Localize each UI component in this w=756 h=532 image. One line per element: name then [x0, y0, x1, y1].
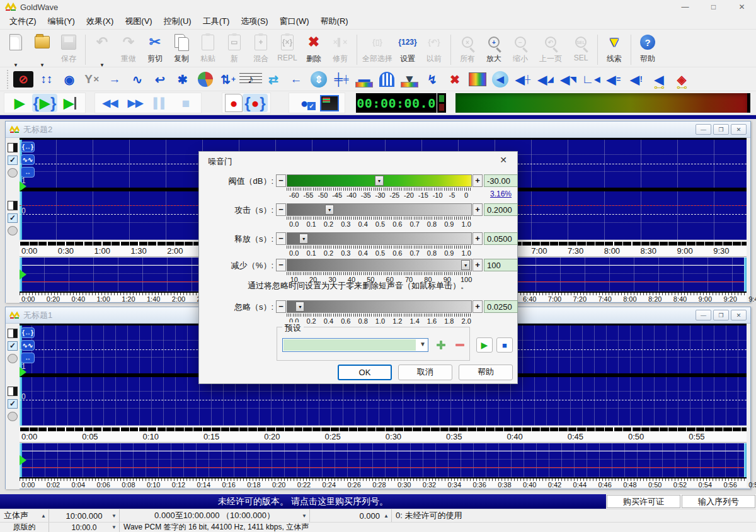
- time-shift-effect-button[interactable]: ←: [285, 70, 307, 89]
- reduce-slider[interactable]: ▼: [287, 259, 472, 271]
- shape-volume-effect-button[interactable]: ◈: [670, 70, 693, 89]
- dialog-close-icon[interactable]: ✕: [497, 155, 510, 165]
- fade-in-effect-button[interactable]: ◀◢: [534, 70, 557, 89]
- rewind-button[interactable]: ◀◀: [98, 94, 123, 112]
- channel-0-view-toggle[interactable]: [8, 329, 18, 338]
- menu-item-7[interactable]: 窗口(W): [274, 14, 315, 29]
- marker-handle-1[interactable]: ∿∿: [21, 154, 35, 165]
- filter-effect-button[interactable]: [198, 72, 213, 87]
- compressor-expander-effect-button[interactable]: ⇅+: [217, 70, 239, 89]
- selection-spin-arrow[interactable]: ▼: [302, 513, 307, 519]
- set-selection-button[interactable]: {123}设置: [395, 32, 420, 64]
- stereo-volume-effect-button[interactable]: ◀: [648, 70, 670, 89]
- window-restore-button[interactable]: ❐: [713, 124, 729, 135]
- release-decrease-button[interactable]: −: [276, 232, 286, 245]
- close-button[interactable]: ✕: [728, 0, 756, 14]
- fast-forward-button[interactable]: ▶▶: [123, 94, 148, 112]
- change-volume-effect-button[interactable]: ◀┼: [512, 70, 534, 89]
- noise-reduction-effect-button[interactable]: ▼: [398, 70, 421, 89]
- buy-license-button[interactable]: 购买许可证: [607, 495, 680, 508]
- release-increase-button[interactable]: +: [472, 232, 483, 245]
- menu-item-5[interactable]: 工具(T): [197, 14, 236, 29]
- reduce-slider-thumb[interactable]: ▼: [461, 260, 470, 270]
- silence-reduce-effect-button[interactable]: ✖: [444, 70, 466, 89]
- play-button[interactable]: ▶: [7, 94, 32, 112]
- channel-1-checkbox[interactable]: ✓: [8, 213, 18, 223]
- flanger-effect-button[interactable]: ∿: [126, 70, 149, 89]
- marker-handle-1[interactable]: ∿∿: [21, 340, 35, 351]
- channel-0-view-toggle[interactable]: [8, 143, 18, 152]
- window-minimize-button[interactable]: —: [696, 124, 711, 135]
- equalizer-effect-button[interactable]: ╪╪: [330, 70, 353, 89]
- attack-increase-button[interactable]: +: [472, 203, 483, 216]
- threshold-slider-thumb[interactable]: ▼: [375, 176, 384, 186]
- attack-slider-thumb[interactable]: ▼: [325, 205, 334, 215]
- window-close-button[interactable]: ✕: [731, 310, 747, 320]
- paste-button[interactable]: 粘贴: [195, 32, 220, 64]
- smoother-effect-button[interactable]: [469, 72, 486, 86]
- position-spin-arrow[interactable]: ▲: [384, 513, 389, 519]
- ignore-increase-button[interactable]: +: [472, 300, 483, 313]
- delete-button[interactable]: ✖删除: [301, 32, 326, 64]
- preset-combobox[interactable]: ▼: [282, 338, 428, 352]
- channel-mode-cell[interactable]: 立体声▲: [0, 509, 49, 522]
- record-settings-button[interactable]: ●✓: [292, 94, 317, 112]
- reduce-increase-button[interactable]: +: [472, 259, 483, 271]
- preset-delete-button[interactable]: [453, 338, 467, 352]
- ignore-slider[interactable]: ▼: [287, 300, 472, 313]
- menu-item-8[interactable]: 帮助(R): [315, 14, 354, 29]
- fade-out-effect-button[interactable]: ◀◥: [557, 70, 580, 89]
- monitor-button[interactable]: [317, 94, 342, 112]
- maximize-volume-effect-button[interactable]: ◀!: [625, 70, 648, 89]
- marker-handle-2[interactable]: ↔: [21, 353, 35, 363]
- previous-button[interactable]: {↶}以前: [421, 32, 447, 64]
- channel-mode-spin-arrow[interactable]: ▲: [41, 513, 46, 519]
- zoom-all-button[interactable]: ×所有: [455, 32, 480, 64]
- menu-item-4[interactable]: 控制(U): [158, 14, 197, 29]
- release-slider-thumb[interactable]: ▼: [299, 234, 308, 244]
- length-spin-arrow[interactable]: ▼: [112, 513, 117, 519]
- replace-button[interactable]: {×}REPL: [275, 32, 300, 62]
- zoom-in-button[interactable]: +放大: [481, 32, 507, 64]
- menu-item-6[interactable]: 选项(S): [235, 14, 273, 29]
- preview-stop-button[interactable]: ■: [496, 337, 513, 353]
- sound-window-titlebar[interactable]: 无标题2—❐✕: [6, 122, 750, 138]
- copy-button[interactable]: 复制: [169, 32, 194, 64]
- license-banner[interactable]: 未经许可的版本。 请点击这里购买序列号。: [0, 494, 606, 509]
- record-selection-button[interactable]: ●: [243, 94, 268, 112]
- zoom-length-spin-arrow[interactable]: ▼: [112, 524, 117, 530]
- reduce-decrease-button[interactable]: −: [276, 259, 286, 271]
- trim-button[interactable]: ×▌×修剪: [328, 32, 353, 64]
- mechanize-effect-button[interactable]: Y✕: [81, 70, 103, 89]
- overview-ruler[interactable]: 0:000:020:040:060:080:100:120:140:160:18…: [20, 477, 747, 487]
- marker-handle-2[interactable]: ↔: [21, 167, 35, 178]
- cue-points-button[interactable]: ▼线索: [602, 32, 627, 64]
- threshold-increase-button[interactable]: +: [472, 174, 483, 187]
- threshold-percent-link[interactable]: 3.16%: [484, 190, 518, 198]
- threshold-decrease-button[interactable]: −: [276, 174, 286, 187]
- window-close-button[interactable]: ✕: [731, 124, 747, 135]
- ok-button[interactable]: OK: [338, 365, 392, 380]
- channel-0-checkbox[interactable]: ✓: [8, 156, 18, 165]
- menu-item-3[interactable]: 视图(V): [119, 14, 158, 29]
- stop-button[interactable]: ■: [173, 94, 198, 112]
- volume-orb-effect-button[interactable]: ⇕: [311, 71, 327, 88]
- channel-0-radio[interactable]: [8, 168, 18, 178]
- attack-slider[interactable]: ▼: [287, 203, 472, 216]
- zoom-length-cell[interactable]: 10:00.0▼: [49, 523, 120, 532]
- window-minimize-button[interactable]: —: [696, 310, 711, 320]
- ignore-slider-thumb[interactable]: ▼: [295, 302, 304, 312]
- maximize-button[interactable]: □: [699, 0, 728, 14]
- help-button[interactable]: ?帮助: [635, 32, 660, 64]
- mix-button[interactable]: +混合: [248, 32, 273, 64]
- pause-button[interactable]: ▌▌: [148, 94, 173, 112]
- menu-item-1[interactable]: 编辑(Y): [42, 14, 81, 29]
- zoom-out-button[interactable]: −缩小: [508, 32, 533, 64]
- channel-1-radio[interactable]: [8, 412, 18, 421]
- dynamics-effect-button[interactable]: ◉: [58, 70, 81, 89]
- save-button[interactable]: 保存: [56, 32, 81, 64]
- equalize-volume-effect-button[interactable]: ◀=: [602, 70, 625, 89]
- echo-effect-button[interactable]: ✱: [171, 70, 194, 89]
- channel-0-checkbox[interactable]: ✓: [8, 341, 18, 351]
- time-axis-ruler[interactable]: 0:000:050:100:150:200:250:300:350:400:45…: [20, 431, 747, 443]
